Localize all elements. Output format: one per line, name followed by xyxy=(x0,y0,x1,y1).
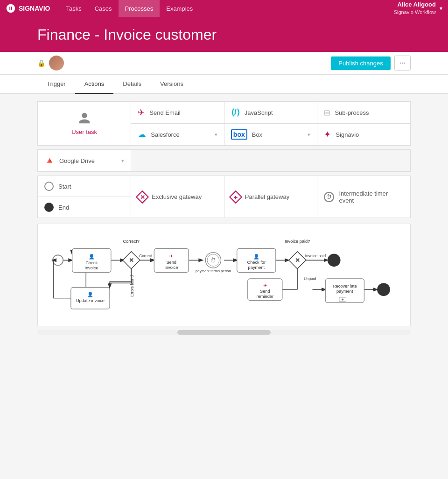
intermediate-timer-icon: ⏱ xyxy=(324,192,334,202)
page-title: Finance - Invoice customer xyxy=(37,26,411,43)
send-reminder-label2: reminder xyxy=(257,294,273,299)
salesforce-icon: ☁ xyxy=(138,129,146,140)
send-reminder-label1: Send xyxy=(260,289,270,294)
parallel-gateway-icon: + xyxy=(229,190,242,203)
nav-processes[interactable]: Processes xyxy=(119,0,160,17)
actions-panel: User task ✈ Send Email ⟨/⟩ JavaScript ⊟ … xyxy=(37,101,411,218)
nav-tasks[interactable]: Tasks xyxy=(59,0,88,17)
send-email-label: Send Email xyxy=(149,109,180,116)
javascript-icon: ⟨/⟩ xyxy=(231,107,240,118)
navbar-right: Alice Allgood Signavio Workflow ▾ xyxy=(394,0,442,16)
timer-icon: ⏱ xyxy=(210,257,216,264)
tab-versions[interactable]: Versions xyxy=(151,75,193,94)
signavio-item[interactable]: ✦ Signavio xyxy=(317,124,410,145)
user-name: Alice Allgood xyxy=(394,0,436,9)
gateway2-label: Invoice paid? xyxy=(285,239,310,244)
box-item[interactable]: box Box ▾ xyxy=(224,124,317,145)
feedback-loop xyxy=(53,260,71,298)
task-grid-row2: ☁ Salesforce ▾ box Box ▾ ✦ Signavio xyxy=(131,124,410,145)
end1-node xyxy=(328,254,340,266)
box-label: Box xyxy=(252,131,262,138)
timer-label: payment terms period xyxy=(196,269,231,273)
task-grid: User task ✈ Send Email ⟨/⟩ JavaScript ⊟ … xyxy=(37,101,411,146)
avatar xyxy=(49,56,64,70)
tabs-bar: Trigger Actions Details Versions xyxy=(0,75,448,94)
drive-empty xyxy=(131,150,410,171)
publish-button[interactable]: Publish changes xyxy=(331,56,390,70)
send-invoice-icon: ✈ xyxy=(169,254,173,259)
page-header: Finance - Invoice customer xyxy=(0,17,448,52)
check-payment-icon: 👤 xyxy=(253,254,259,260)
check-invoice-icon-area: 👤 xyxy=(89,254,95,260)
unpaid-label: Unpaid xyxy=(304,276,316,281)
end-item[interactable]: End xyxy=(38,197,131,218)
check-payment-label2: payment xyxy=(248,265,265,270)
tab-actions[interactable]: Actions xyxy=(75,75,114,94)
gw1-to-update xyxy=(110,269,131,288)
correct-label: Correct xyxy=(139,254,152,258)
google-drive-item[interactable]: 🔺 Google Drive ▾ xyxy=(38,150,131,171)
gateway1-x: ✕ xyxy=(129,257,134,264)
user-task-item[interactable]: User task xyxy=(38,102,131,145)
start-label: Start xyxy=(58,183,71,190)
salesforce-chevron: ▾ xyxy=(215,132,217,138)
check-invoice-label-line2: invoice xyxy=(85,266,98,270)
user-chevron[interactable]: ▾ xyxy=(440,5,442,12)
gateway-row: ✕ Exclusive gateway + Parallel gateway ⏱… xyxy=(131,176,410,218)
signavio-icon: ✦ xyxy=(324,129,331,140)
recover-label1: Recover late xyxy=(333,284,357,289)
tab-details[interactable]: Details xyxy=(113,75,151,94)
google-drive-label: Google Drive xyxy=(59,157,95,164)
recover-plus: + xyxy=(342,297,344,302)
logo-icon xyxy=(6,3,16,14)
start-item[interactable]: Start xyxy=(38,176,131,197)
user-sub: Signavio Workflow xyxy=(394,9,436,16)
parallel-gateway-label: Parallel gateway xyxy=(245,193,289,200)
send-invoice-label-line2: invoice xyxy=(165,265,178,270)
tab-trigger[interactable]: Trigger xyxy=(37,75,75,94)
exclusive-gateway-item[interactable]: ✕ Exclusive gateway xyxy=(131,176,224,218)
logo-text: SIGNAVIO xyxy=(19,5,50,12)
start-node xyxy=(53,255,63,265)
sub-process-item[interactable]: ⊟ Sub-process xyxy=(317,102,410,123)
signavio-label: Signavio xyxy=(336,131,359,138)
send-reminder-icon: ✈ xyxy=(263,283,267,288)
errors-found-label: Errors found xyxy=(130,275,134,297)
nav-cases[interactable]: Cases xyxy=(88,0,119,17)
toolbar-right: Publish changes ··· xyxy=(331,56,411,70)
start-end-col: Start End xyxy=(38,176,131,218)
user-info: Alice Allgood Signavio Workflow xyxy=(394,0,436,16)
diagram-area: 👤 Check invoice ✕ Correct? Correct Error… xyxy=(37,224,411,326)
lock-icon: 🔒 xyxy=(37,59,45,67)
gateway2-x: ✕ xyxy=(295,257,300,264)
drive-row: 🔺 Google Drive ▾ xyxy=(37,149,411,172)
scrollbar-thumb[interactable] xyxy=(177,330,271,335)
user-task-icon xyxy=(78,112,91,125)
parallel-gateway-item[interactable]: + Parallel gateway xyxy=(224,176,317,218)
start-icon xyxy=(44,182,54,191)
salesforce-label: Salesforce xyxy=(151,131,179,138)
more-button[interactable]: ··· xyxy=(394,56,411,70)
check-payment-label1: Check for xyxy=(247,260,266,265)
toolbar: 🔒 Publish changes ··· xyxy=(0,52,448,75)
check-invoice-label-line1: Check xyxy=(85,261,98,265)
navbar-logo: SIGNAVIO xyxy=(6,3,50,14)
toolbar-left: 🔒 xyxy=(37,56,64,70)
sub-process-label: Sub-process xyxy=(335,109,369,116)
intermediate-timer-label: Intermediate timer event xyxy=(339,190,404,204)
javascript-item[interactable]: ⟨/⟩ JavaScript xyxy=(224,102,317,123)
task-grid-row1: ✈ Send Email ⟨/⟩ JavaScript ⊟ Sub-proces… xyxy=(131,102,410,123)
avatar-image xyxy=(49,56,64,70)
salesforce-item[interactable]: ☁ Salesforce ▾ xyxy=(131,124,224,145)
end-icon xyxy=(44,203,54,212)
update-invoice-label1: Update invoice xyxy=(76,298,105,303)
gateway1-label: Correct? xyxy=(123,239,140,244)
intermediate-timer-item[interactable]: ⏱ Intermediate timer event xyxy=(317,176,410,218)
sub-process-icon: ⊟ xyxy=(324,108,330,117)
end2-node xyxy=(378,283,390,296)
nav-examples[interactable]: Examples xyxy=(160,0,199,17)
invoice-paid-label: Invoice paid xyxy=(305,254,326,258)
send-email-item[interactable]: ✈ Send Email xyxy=(131,102,224,123)
box-chevron: ▾ xyxy=(308,132,310,138)
scrollbar-track[interactable] xyxy=(37,330,411,335)
